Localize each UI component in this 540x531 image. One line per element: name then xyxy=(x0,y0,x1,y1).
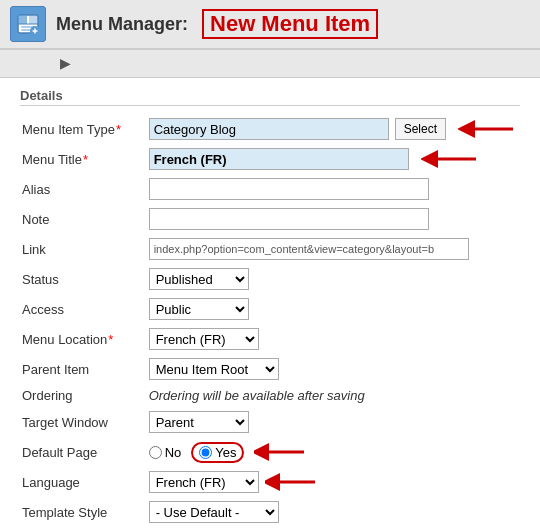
status-label: Status xyxy=(20,264,147,294)
parent-item-select[interactable]: Menu Item Root Top xyxy=(149,358,279,380)
ordering-row: Ordering Ordering will be available afte… xyxy=(20,384,520,407)
note-input[interactable] xyxy=(149,208,429,230)
target-window-row: Target Window Parent New Window with Nav… xyxy=(20,407,520,437)
default-page-no-label[interactable]: No xyxy=(149,445,182,460)
link-row: Link xyxy=(20,234,520,264)
alias-input[interactable] xyxy=(149,178,429,200)
access-select[interactable]: Public Registered Special xyxy=(149,298,249,320)
main-content: Details Menu Item Type* Select xyxy=(0,78,540,531)
access-label: Access xyxy=(20,294,147,324)
template-style-select[interactable]: - Use Default - xyxy=(149,501,279,523)
target-window-label: Target Window xyxy=(20,407,147,437)
menu-location-select[interactable]: French (FR) Main Menu xyxy=(149,328,259,350)
alias-row: Alias xyxy=(20,174,520,204)
section-title: Details xyxy=(20,88,520,106)
svg-rect-2 xyxy=(29,15,38,24)
status-select[interactable]: Published Unpublished xyxy=(149,268,249,290)
menu-title-input[interactable] xyxy=(149,148,409,170)
page-title-prefix: Menu Manager: xyxy=(56,14,188,35)
default-page-row: Default Page No Yes xyxy=(20,437,520,467)
menu-item-type-row: Menu Item Type* Select xyxy=(20,114,520,144)
status-row: Status Published Unpublished xyxy=(20,264,520,294)
id-row: ID 0 xyxy=(20,527,520,531)
default-page-yes-label[interactable]: Yes xyxy=(191,442,244,463)
language-row: Language French (FR) All English (UK) xyxy=(20,467,520,497)
access-row: Access Public Registered Special xyxy=(20,294,520,324)
menu-manager-icon xyxy=(10,6,46,42)
arrow-icon-language xyxy=(265,471,320,493)
menu-title-row: Menu Title* xyxy=(20,144,520,174)
page-header: Menu Manager: New Menu Item xyxy=(0,0,540,50)
note-row: Note xyxy=(20,204,520,234)
default-page-radio-group: No Yes xyxy=(149,441,518,463)
toolbar-area: ▶ xyxy=(0,50,540,78)
default-page-no-radio[interactable] xyxy=(149,446,162,459)
arrow-icon-title xyxy=(421,148,481,170)
arrow-icon-default-page xyxy=(254,441,309,463)
template-style-row: Template Style - Use Default - xyxy=(20,497,520,527)
language-select[interactable]: French (FR) All English (UK) xyxy=(149,471,259,493)
default-page-yes-radio[interactable] xyxy=(199,446,212,459)
link-label: Link xyxy=(20,234,147,264)
parent-item-label: Parent Item xyxy=(20,354,147,384)
link-input[interactable] xyxy=(149,238,469,260)
note-label: Note xyxy=(20,204,147,234)
ordering-text: Ordering will be available after saving xyxy=(149,388,365,403)
default-page-label: Default Page xyxy=(20,437,147,467)
menu-location-row: Menu Location* French (FR) Main Menu xyxy=(20,324,520,354)
parent-item-row: Parent Item Menu Item Root Top xyxy=(20,354,520,384)
select-button[interactable]: Select xyxy=(395,118,446,140)
menu-title-label: Menu Title* xyxy=(20,144,147,174)
template-style-label: Template Style xyxy=(20,497,147,527)
page-title-highlight: New Menu Item xyxy=(202,9,378,39)
menu-item-type-control: Select xyxy=(149,118,518,140)
alias-label: Alias xyxy=(20,174,147,204)
form-table: Menu Item Type* Select xyxy=(20,114,520,531)
id-label: ID xyxy=(20,527,147,531)
menu-location-label: Menu Location* xyxy=(20,324,147,354)
svg-rect-1 xyxy=(18,15,27,24)
language-label: Language xyxy=(20,467,147,497)
target-window-select[interactable]: Parent New Window with Navigation New Wi… xyxy=(149,411,249,433)
ordering-label: Ordering xyxy=(20,384,147,407)
menu-item-type-label: Menu Item Type* xyxy=(20,114,147,144)
svg-rect-5 xyxy=(21,29,31,31)
menu-item-type-input[interactable] xyxy=(149,118,389,140)
arrow-icon-type xyxy=(458,118,518,140)
